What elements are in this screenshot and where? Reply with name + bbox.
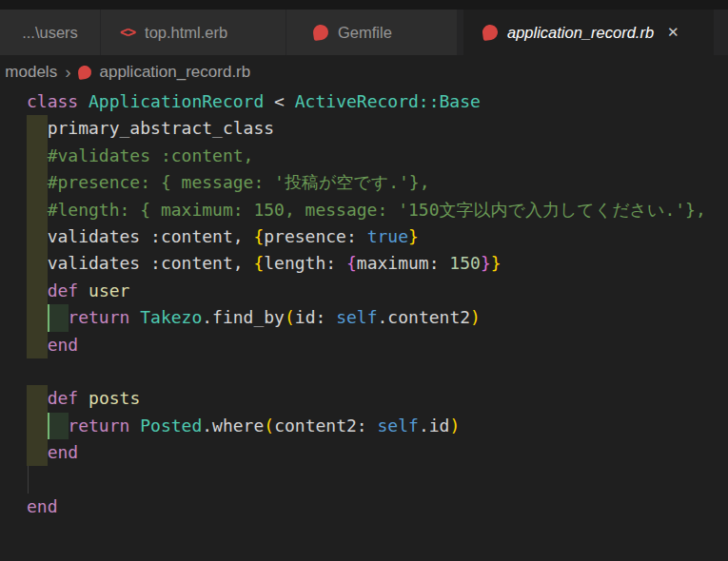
code-text: def user: [27, 280, 129, 300]
tab-label: application_record.rb: [507, 24, 654, 42]
code-text: end: [27, 442, 78, 462]
code-line: return Takezo.find_by(id: self.content2): [0, 304, 728, 331]
code-line: [0, 358, 728, 385]
code-text: def posts: [27, 388, 140, 408]
code-line: validates :content, {presence: true}: [0, 223, 728, 250]
code-text: #validates :content,: [27, 145, 253, 165]
code-line: return Posted.where(content2: self.id): [0, 413, 728, 439]
code-editor[interactable]: class ApplicationRecord < ActiveRecord::…: [0, 88, 728, 561]
code-line: #validates :content,: [0, 143, 728, 169]
tab-gemfile[interactable]: Gemfile: [286, 10, 458, 55]
breadcrumb: › models › application_record.rb: [0, 55, 728, 88]
breadcrumb-item-file[interactable]: application_record.rb: [99, 63, 250, 82]
close-icon[interactable]: ✕: [667, 24, 679, 41]
code-line: #presence: { message: '投稿が空です.'},: [0, 169, 728, 196]
code-line: end: [0, 439, 728, 466]
tab-bar: ...\users <> top.html.erb Gemfile applic…: [0, 10, 728, 55]
code-text: primary_abstract_class: [27, 118, 274, 138]
tab-label: top.html.erb: [145, 24, 227, 42]
title-bar: [0, 0, 728, 10]
code-line: #length: { maximum: 150, message: '150文字…: [0, 197, 728, 223]
code-line: [0, 466, 728, 493]
code-line: end: [0, 332, 728, 358]
chevron-right-icon: ›: [65, 62, 70, 83]
breadcrumb-item-models[interactable]: models: [5, 63, 57, 82]
code-text: return Posted.where(content2: self.id): [27, 416, 460, 435]
ruby-file-icon: [312, 24, 329, 41]
tab-top-html-erb[interactable]: <> top.html.erb: [101, 10, 286, 55]
ruby-file-icon: [78, 65, 93, 80]
ruby-file-icon: [482, 24, 499, 41]
tab-label: Gemfile: [338, 24, 392, 42]
code-text: validates :content, {length: {maximum: 1…: [27, 253, 502, 273]
code-text: #presence: { message: '投稿が空です.'},: [27, 172, 430, 192]
tab-application-record[interactable]: application_record.rb ✕: [463, 10, 714, 55]
code-line: primary_abstract_class: [0, 115, 728, 142]
tabbar-spacer: [714, 10, 728, 55]
code-line: class ApplicationRecord < ActiveRecord::…: [0, 88, 728, 115]
code-text: end: [27, 335, 78, 355]
indent-guide: [28, 466, 29, 493]
tab-users[interactable]: ...\users: [0, 10, 101, 55]
code-line: validates :content, {length: {maximum: 1…: [0, 250, 728, 277]
code-text: return Takezo.find_by(id: self.content2): [27, 307, 481, 327]
code-text: #length: { maximum: 150, message: '150文字…: [27, 200, 706, 220]
code-text: end: [27, 496, 58, 516]
code-line: def posts: [0, 385, 728, 412]
tab-label: ...\users: [22, 24, 78, 42]
code-line: end: [0, 493, 728, 520]
code-text: validates :content, {presence: true}: [27, 226, 419, 246]
erb-file-icon: <>: [120, 24, 135, 41]
code-text: class ApplicationRecord < ActiveRecord::…: [27, 91, 481, 111]
code-line: def user: [0, 278, 728, 304]
